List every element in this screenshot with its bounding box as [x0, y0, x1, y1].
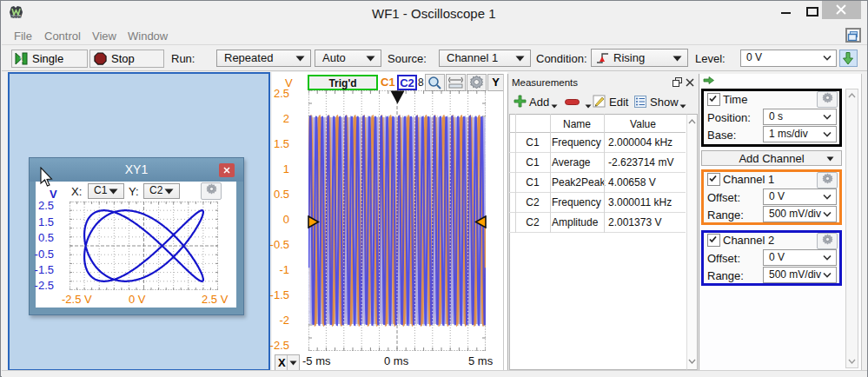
svg-text:2015: 2015 — [10, 14, 21, 19]
svg-text:1: 1 — [19, 56, 23, 63]
